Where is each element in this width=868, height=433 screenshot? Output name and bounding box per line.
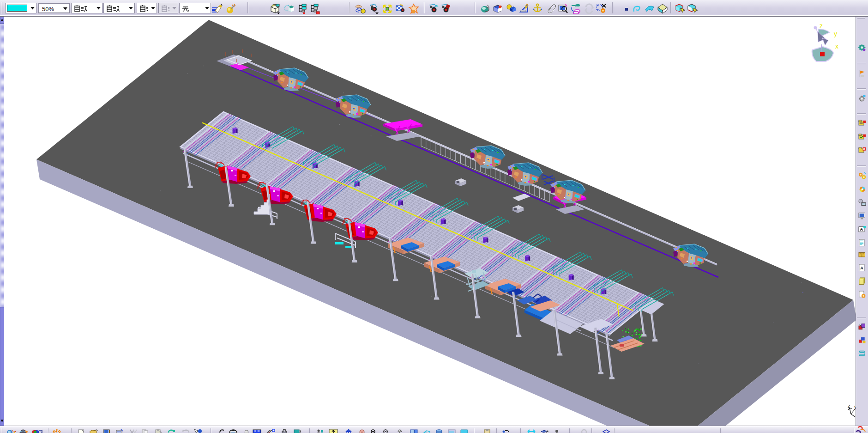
svg-text:y: y xyxy=(834,30,837,37)
svg-text:A: A xyxy=(860,227,863,232)
svg-text:z: z xyxy=(848,403,850,409)
svg-text:A: A xyxy=(860,266,863,270)
svg-text:x: x xyxy=(835,43,838,50)
svg-text:50%: 50% xyxy=(42,6,54,12)
svg-text:z: z xyxy=(820,22,823,30)
